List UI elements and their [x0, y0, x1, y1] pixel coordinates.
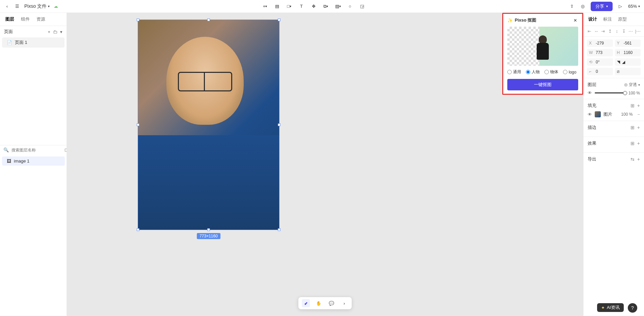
component-icon[interactable]: ▨▾ [335, 3, 341, 9]
frame-icon[interactable]: ▤ [274, 3, 280, 9]
align-right-icon[interactable]: ⇥ [601, 29, 606, 34]
radio-people[interactable]: 人物 [526, 69, 540, 75]
align-bottom-icon[interactable]: ↧ [621, 29, 626, 34]
cloud-sync-icon[interactable]: ☁ [54, 4, 58, 9]
resize-handle-ne[interactable] [278, 19, 280, 21]
export-settings-icon[interactable]: ⇆ [630, 156, 635, 162]
matting-run-button[interactable]: 一键抠图 [507, 79, 578, 90]
ellipse-icon[interactable]: ○ [347, 3, 353, 9]
location-icon[interactable]: ◎ [580, 3, 586, 9]
add-stroke-icon[interactable]: + [637, 125, 640, 130]
resize-handle-nw[interactable] [137, 19, 139, 21]
blend-mode[interactable]: ◎ 穿透 ▾ [624, 82, 640, 88]
fill-thumbnail[interactable] [595, 111, 601, 117]
boolean-icon[interactable]: ⧉▾ [323, 3, 329, 9]
radio-general[interactable]: 通用 [507, 69, 521, 75]
left-panel: 图层 组件 资源 页面 + 🗀 ▾ 📄 页面 1 🔍 □ ⋮ 🖼 image 1 [0, 13, 67, 316]
x-field[interactable]: X-279 [587, 39, 613, 47]
align-hcenter-icon[interactable]: ↔ [594, 29, 598, 34]
opacity-value[interactable]: 100 % [628, 91, 640, 95]
flip-field[interactable]: ◥ ◢ [615, 58, 641, 66]
remove-fill-icon[interactable]: − [637, 112, 640, 117]
add-page-icon[interactable]: + [48, 29, 50, 34]
glasses-placeholder [178, 72, 232, 91]
add-icon[interactable]: +▾ [262, 3, 268, 9]
resize-handle-n[interactable] [207, 19, 210, 21]
resize-handle-sw[interactable] [137, 228, 139, 231]
page-name: 页面 1 [15, 39, 27, 46]
slice-icon[interactable]: ◲ [359, 3, 365, 9]
add-export-icon[interactable]: + [637, 156, 640, 162]
distribute-icon[interactable]: ⋯ [628, 29, 633, 34]
fill-visibility-icon[interactable]: 👁 [588, 112, 592, 117]
add-fill-icon[interactable]: + [637, 103, 640, 108]
y-field[interactable]: Y-561 [615, 39, 641, 47]
export-section-title: 导出 [588, 156, 596, 162]
page-item[interactable]: 📄 页面 1 [2, 37, 64, 48]
zoom-control[interactable]: 65% ▾ [628, 4, 640, 9]
pages-header-icons: + 🗀 ▾ [48, 29, 62, 34]
close-icon[interactable]: ✕ [572, 17, 578, 23]
help-button[interactable]: ? [628, 303, 637, 313]
plugin-icon[interactable]: ⇧ [569, 3, 575, 9]
fill-section: 填充 ⊞+ 👁 图片 100 % − [584, 99, 644, 121]
text-icon[interactable]: T [298, 3, 304, 9]
search-input[interactable] [11, 148, 62, 152]
resize-handle-se[interactable] [278, 228, 280, 231]
style-icon[interactable]: ⊞ [630, 125, 635, 130]
rect-icon[interactable]: □▾ [286, 3, 292, 9]
corner-field[interactable]: ⌐0 [587, 68, 613, 75]
more-tools-icon[interactable]: › [340, 299, 348, 307]
back-icon[interactable]: ‹ [4, 3, 10, 9]
align-left-icon[interactable]: ⇤ [587, 29, 592, 34]
right-tabs: 设计 标注 原型 [584, 13, 644, 26]
resize-handle-w[interactable] [137, 123, 139, 126]
flip-h-icon[interactable]: ◥ [617, 60, 620, 64]
tab-layers[interactable]: 图层 [5, 16, 14, 22]
play-icon[interactable]: ▷ [617, 3, 623, 9]
w-field[interactable]: W773 [587, 49, 613, 56]
opacity-slider[interactable] [595, 92, 626, 93]
resize-handle-e[interactable] [278, 123, 280, 126]
radio-object[interactable]: 物体 [544, 69, 558, 75]
expand-corner[interactable]: ⎚ [615, 68, 641, 75]
align-top-icon[interactable]: ↥ [608, 29, 612, 34]
tab-prototype[interactable]: 原型 [618, 16, 627, 22]
h-field[interactable]: H1160 [615, 49, 641, 56]
fill-row[interactable]: 👁 图片 100 % − [588, 111, 640, 117]
selected-image[interactable]: 773×1160 [138, 20, 279, 230]
rotation-field[interactable]: ⟲0° [587, 58, 613, 66]
folder-icon[interactable]: 🗀 [53, 29, 57, 34]
effects-section: 效果 ⊞+ [584, 137, 644, 152]
tab-design[interactable]: 设计 [588, 16, 597, 22]
tab-components[interactable]: 组件 [21, 16, 30, 22]
comment-tool-icon[interactable]: 💬 [327, 299, 336, 307]
add-effect-icon[interactable]: + [637, 141, 640, 146]
style-icon[interactable]: ⊞ [630, 141, 635, 146]
visibility-icon[interactable]: 👁 [588, 90, 592, 95]
file-title-text: Pixso 文件 [24, 3, 47, 9]
canvas[interactable]: 773×1160 ✨ Pixso 抠图 ✕ 通用 人物 物体 logo [67, 13, 583, 316]
chevron-down-icon[interactable]: ▾ [60, 29, 62, 34]
radio-logo[interactable]: logo [563, 69, 576, 75]
tab-annotate[interactable]: 标注 [603, 16, 612, 22]
opacity-row: 👁 100 % [588, 90, 640, 95]
hand-tool-icon[interactable]: ✋ [315, 299, 323, 307]
flip-v-icon[interactable]: ◢ [622, 60, 625, 64]
move-icon[interactable]: ✥ [311, 3, 317, 9]
resize-handle-s[interactable] [207, 228, 210, 231]
layer-item[interactable]: 🖼 image 1 [2, 156, 65, 166]
style-icon[interactable]: ⊞ [630, 103, 635, 108]
menu-icon[interactable]: ☰ [14, 3, 20, 9]
ai-badge[interactable]: ✦ AI资讯 [597, 303, 624, 312]
align-vcenter-icon[interactable]: ↕ [615, 29, 619, 34]
stroke-section-title: 描边 [588, 124, 596, 131]
tab-assets[interactable]: 资源 [36, 16, 45, 22]
right-panel: 设计 标注 原型 ⇤ ↔ ⇥ ↥ ↕ ↧ ⋯ |⋯ X-279 Y-561 W7… [583, 13, 644, 316]
share-button[interactable]: 分享 ▾ [591, 2, 613, 11]
chevron-down-icon: ▾ [606, 4, 608, 8]
cursor-tool-icon[interactable]: ⬋ [302, 299, 310, 307]
more-align-icon[interactable]: |⋯ [635, 29, 641, 34]
file-title[interactable]: Pixso 文件 ▾ [24, 3, 50, 9]
share-label: 分享 [595, 3, 604, 9]
